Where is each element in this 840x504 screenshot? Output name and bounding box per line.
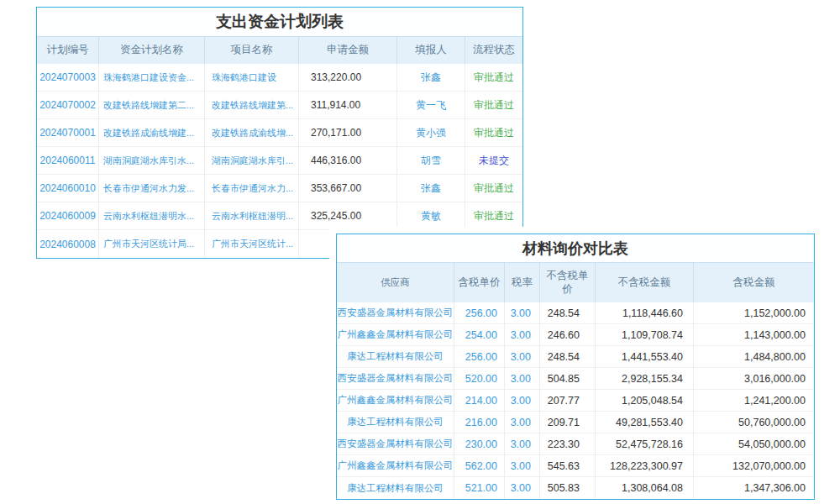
amount-incl-tax-cell: 54,050,000.00 (694, 433, 814, 454)
status-cell: 审批通过 (465, 64, 522, 91)
price-incl-tax-cell: 254.00 (454, 324, 505, 345)
plan-name-cell: 改建铁路线增建第二... (99, 92, 205, 118)
price-incl-tax-cell: 256.00 (454, 346, 505, 367)
amount-incl-tax-cell: 1,143,000.00 (694, 324, 814, 345)
price-excl-tax-column-header: 不含税单价 (540, 263, 596, 302)
plan-id-cell[interactable]: 2024070003 (37, 64, 99, 91)
status-column-header: 流程状态 (465, 37, 522, 64)
plan-name-cell: 改建铁路成渝线增建... (99, 119, 205, 146)
amount-column-header: 申请金额 (299, 37, 397, 64)
tax-rate-cell: 3.00 (505, 368, 540, 389)
price-excl-tax-cell: 246.60 (540, 324, 596, 345)
tax-rate-cell: 3.00 (505, 433, 540, 454)
status-cell: 审批通过 (465, 119, 522, 146)
table-row[interactable]: 2024060011湖南洞庭湖水库引水...湖南洞庭湖水库引...446,316… (37, 147, 522, 175)
plan-name-cell: 湖南洞庭湖水库引水... (99, 147, 205, 174)
amount-incl-tax-cell: 132,070,000.00 (694, 455, 814, 476)
plan-id-cell[interactable]: 2024070002 (37, 92, 99, 118)
table-row[interactable]: 康达工程材料有限公司216.003.00209.7149,281,553.405… (337, 412, 814, 433)
price-incl-tax-column-header: 含税单价 (454, 263, 505, 302)
table-row[interactable]: 2024060010长春市伊通河水力发...长春市伊通河水力...353,667… (37, 175, 522, 202)
amount-incl-tax-cell: 3,016,000.00 (694, 368, 814, 389)
plan-id-cell[interactable]: 2024060008 (37, 230, 99, 258)
supplier-cell[interactable]: 西安盛器金属材料有限公司 (337, 368, 454, 389)
price-excl-tax-cell: 248.54 (540, 302, 596, 323)
price-excl-tax-cell: 545.63 (540, 455, 596, 476)
amount-incl-tax-cell: 1,241,200.00 (694, 390, 814, 411)
project-name-cell: 广州市天河区统计... (205, 230, 299, 258)
amount-incl-tax-cell: 1,152,000.00 (694, 302, 814, 323)
table-row[interactable]: 广州鑫鑫金属材料有限公司254.003.00246.601,109,708.74… (337, 324, 814, 346)
supplier-cell[interactable]: 广州鑫鑫金属材料有限公司 (337, 324, 454, 345)
price-excl-tax-cell: 505.83 (540, 477, 596, 499)
supplier-cell[interactable]: 广州鑫鑫金属材料有限公司 (337, 455, 454, 476)
price-incl-tax-cell: 256.00 (454, 302, 505, 323)
tax-rate-cell: 3.00 (505, 477, 540, 499)
status-cell: 审批通过 (465, 175, 522, 202)
plan-id-cell[interactable]: 2024060011 (37, 147, 99, 174)
price-excl-tax-cell: 223.30 (540, 433, 596, 454)
supplier-cell[interactable]: 康达工程材料有限公司 (337, 412, 454, 433)
amount-excl-tax-cell: 49,281,553.40 (596, 412, 694, 433)
material-inquiry-table-header: 供应商含税单价税率不含税单价不含税金额含税金额 (337, 262, 814, 302)
supplier-column-header: 供应商 (337, 263, 454, 302)
supplier-cell[interactable]: 西安盛器金属材料有限公司 (337, 302, 454, 323)
table-row[interactable]: 广州鑫鑫金属材料有限公司562.003.00545.63128,223,300.… (337, 455, 814, 477)
project-name-cell: 湖南洞庭湖水库引... (205, 147, 299, 174)
material-inquiry-table-body: 西安盛器金属材料有限公司256.003.00248.541,118,446.60… (337, 302, 814, 499)
price-excl-tax-cell: 504.85 (540, 368, 596, 389)
price-incl-tax-cell: 521.00 (454, 477, 505, 499)
project-name-cell: 改建铁路成渝线增... (205, 119, 299, 146)
price-incl-tax-cell: 216.00 (454, 412, 505, 433)
table-row[interactable]: 西安盛器金属材料有限公司230.003.00223.3052,475,728.1… (337, 433, 814, 455)
reporter-cell: 张鑫 (397, 64, 465, 91)
project-name-cell: 云南水利枢纽潜明... (205, 202, 299, 229)
status-cell: 审批通过 (465, 92, 522, 118)
table-row[interactable]: 康达工程材料有限公司256.003.00248.541,441,553.401,… (337, 346, 814, 368)
supplier-cell[interactable]: 广州鑫鑫金属材料有限公司 (337, 390, 454, 411)
plan-id-column-header: 计划编号 (37, 37, 99, 64)
table-row[interactable]: 2024060009云南水利枢纽潜明水...云南水利枢纽潜明...325,245… (37, 202, 522, 230)
amount-cell: 353,667.00 (299, 175, 397, 202)
table-row[interactable]: 2024070003珠海鹤港口建设资金...珠海鹤港口建设313,220.00张… (37, 64, 522, 92)
plan-id-cell[interactable]: 2024070001 (37, 119, 99, 146)
supplier-cell[interactable]: 康达工程材料有限公司 (337, 477, 454, 499)
expense-plan-table-header: 计划编号资金计划名称项目名称申请金额填报人流程状态 (37, 36, 522, 64)
price-incl-tax-cell: 562.00 (454, 455, 505, 476)
table-row[interactable]: 2024070002改建铁路线增建第二...改建铁路线增建第...311,914… (37, 92, 522, 119)
material-inquiry-table-title: 材料询价对比表 (337, 234, 814, 262)
table-row[interactable]: 西安盛器金属材料有限公司256.003.00248.541,118,446.60… (337, 302, 814, 324)
reporter-column-header: 填报人 (397, 37, 465, 64)
amount-excl-tax-cell: 1,109,708.74 (596, 324, 694, 345)
expense-plan-table-title: 支出资金计划列表 (37, 8, 522, 36)
tax-rate-cell: 3.00 (505, 302, 540, 323)
amount-cell: 270,171.00 (299, 119, 397, 146)
plan-id-cell[interactable]: 2024060009 (37, 202, 99, 229)
supplier-cell[interactable]: 康达工程材料有限公司 (337, 346, 454, 367)
amount-excl-tax-cell: 2,928,155.34 (596, 368, 694, 389)
table-row[interactable]: 康达工程材料有限公司521.003.00505.831,308,064.081,… (337, 477, 814, 499)
amount-cell: 325,245.00 (299, 202, 397, 229)
tax-rate-cell: 3.00 (505, 412, 540, 433)
project-name-cell: 珠海鹤港口建设 (205, 64, 299, 91)
table-row[interactable]: 西安盛器金属材料有限公司520.003.00504.852,928,155.34… (337, 368, 814, 390)
reporter-cell: 胡雪 (397, 147, 465, 174)
table-row[interactable]: 广州鑫鑫金属材料有限公司214.003.00207.771,205,048.54… (337, 390, 814, 412)
supplier-cell[interactable]: 西安盛器金属材料有限公司 (337, 433, 454, 454)
amount-excl-tax-cell: 1,118,446.60 (596, 302, 694, 323)
project-name-cell: 改建铁路线增建第... (205, 92, 299, 118)
plan-name-cell: 珠海鹤港口建设资金... (99, 64, 205, 91)
plan-id-cell[interactable]: 2024060010 (37, 175, 99, 202)
amount-incl-tax-cell: 1,347,306.00 (694, 477, 814, 499)
price-incl-tax-cell: 230.00 (454, 433, 505, 454)
amount-excl-tax-cell: 52,475,728.16 (596, 433, 694, 454)
tax-rate-cell: 3.00 (505, 390, 540, 411)
plan-name-column-header: 资金计划名称 (99, 37, 205, 64)
tax-rate-cell: 3.00 (505, 455, 540, 476)
price-excl-tax-cell: 207.77 (540, 390, 596, 411)
reporter-cell: 黄敏 (397, 202, 465, 229)
table-row[interactable]: 2024070001改建铁路成渝线增建...改建铁路成渝线增...270,171… (37, 119, 522, 147)
amount-excl-tax-cell: 128,223,300.97 (596, 455, 694, 476)
reporter-cell: 张鑫 (397, 175, 465, 202)
project-name-cell: 长春市伊通河水力... (205, 175, 299, 202)
